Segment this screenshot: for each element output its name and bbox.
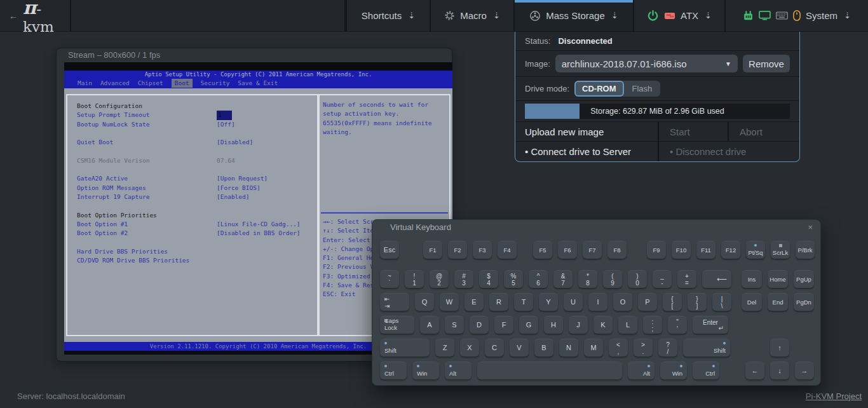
- key-arrow-right[interactable]: →: [795, 362, 814, 379]
- key-f12[interactable]: F12: [721, 241, 740, 259]
- key-b[interactable]: B: [534, 339, 553, 357]
- key-digit-0[interactable]: )0: [628, 270, 647, 288]
- upload-image-button[interactable]: Upload new image: [515, 122, 658, 141]
- key-digit-8[interactable]: *8: [578, 270, 597, 288]
- key-f2[interactable]: F2: [448, 241, 467, 259]
- key-slash[interactable]: ?/: [658, 339, 677, 357]
- key-space[interactable]: [477, 362, 622, 379]
- key-f1[interactable]: F1: [423, 241, 442, 259]
- key-left-win[interactable]: Win: [412, 362, 439, 379]
- key-f3[interactable]: F3: [473, 241, 492, 259]
- key-right-ctrl[interactable]: Ctrl: [693, 362, 719, 379]
- key-backslash[interactable]: |\: [712, 293, 731, 311]
- menu-macro[interactable]: Macro ⇣: [430, 0, 513, 31]
- key-m[interactable]: M: [584, 339, 603, 357]
- key-w[interactable]: W: [440, 293, 459, 311]
- key-digit-6[interactable]: ^6: [529, 270, 548, 288]
- key-i[interactable]: I: [588, 293, 607, 311]
- key-quote[interactable]: "': [668, 316, 687, 334]
- key-digit-2[interactable]: @2: [430, 270, 449, 288]
- remove-image-button[interactable]: Remove: [743, 55, 790, 72]
- menu-atx[interactable]: ATX ⇣: [633, 0, 724, 31]
- key-y[interactable]: Y: [539, 293, 558, 311]
- key-digit-1[interactable]: !1: [405, 270, 424, 288]
- key-o[interactable]: O: [613, 293, 632, 311]
- key-insert[interactable]: Ins: [742, 270, 762, 288]
- key-digit-5[interactable]: %5: [504, 270, 523, 288]
- key-k[interactable]: K: [593, 316, 613, 334]
- mode-cdrom-option[interactable]: CD-ROM: [574, 81, 623, 97]
- key-v[interactable]: V: [510, 339, 529, 357]
- key-left-ctrl[interactable]: Ctrl: [380, 362, 407, 379]
- key-f4[interactable]: F4: [498, 241, 517, 259]
- key-left-alt[interactable]: Alt: [445, 362, 471, 379]
- key-page-up[interactable]: PgUp: [794, 270, 814, 288]
- key-delete[interactable]: Del: [742, 293, 762, 311]
- key-arrow-left[interactable]: ←: [745, 362, 764, 379]
- key-f5[interactable]: F5: [533, 241, 552, 259]
- key-comma[interactable]: <,: [609, 339, 628, 357]
- key-backspace[interactable]: ⟵: [702, 270, 731, 288]
- key-z[interactable]: Z: [435, 339, 454, 357]
- key-digit-7[interactable]: &7: [553, 270, 573, 288]
- key-u[interactable]: U: [564, 293, 583, 311]
- logo[interactable]: ← π-kvm: [0, 0, 70, 31]
- key-esc[interactable]: Esc: [380, 241, 399, 259]
- key-h[interactable]: H: [544, 316, 563, 334]
- key-x[interactable]: X: [460, 339, 479, 357]
- key-j[interactable]: J: [569, 316, 588, 334]
- key-enter[interactable]: Enter↵: [693, 316, 728, 334]
- key-print-screen[interactable]: Pt/Sq: [746, 241, 765, 259]
- connect-drive-button[interactable]: • Connect drive to Server: [515, 142, 658, 161]
- key-f9[interactable]: F9: [647, 241, 666, 259]
- key-bracket-close[interactable]: }]: [688, 293, 707, 311]
- key-right-alt[interactable]: Alt: [628, 362, 654, 379]
- key-f10[interactable]: F10: [672, 241, 691, 259]
- key-bracket-open[interactable]: {[: [663, 293, 682, 311]
- mode-flash-option[interactable]: Flash: [624, 81, 661, 97]
- key-tab[interactable]: ⇤⇥: [380, 293, 409, 311]
- key-minus[interactable]: _-: [653, 270, 672, 288]
- key-page-down[interactable]: PgDn: [794, 293, 814, 311]
- key-digit-4[interactable]: $4: [479, 270, 498, 288]
- key-q[interactable]: Q: [415, 293, 434, 311]
- key-a[interactable]: A: [420, 316, 439, 334]
- menu-mass-storage[interactable]: Mass Storage ⇣: [513, 0, 633, 31]
- key-f8[interactable]: F8: [607, 241, 627, 259]
- image-select[interactable]: archlinux-2018.07.01-i686.iso ▼: [555, 55, 738, 72]
- key-arrow-up[interactable]: ↑: [770, 339, 789, 357]
- menu-system[interactable]: System ⇣: [724, 0, 868, 31]
- key-digit-3[interactable]: #3: [454, 270, 473, 288]
- key-r[interactable]: R: [489, 293, 508, 311]
- key-pause-break[interactable]: P/Brk: [796, 241, 815, 259]
- key-end[interactable]: End: [768, 293, 788, 311]
- key-left-shift[interactable]: Shift: [380, 339, 430, 357]
- key-digit-9[interactable]: (9: [603, 270, 622, 288]
- project-link[interactable]: Pi-KVM Project: [806, 391, 862, 401]
- key-n[interactable]: N: [559, 339, 578, 357]
- key-caps-lock[interactable]: Caps Lock: [380, 316, 414, 334]
- key-f7[interactable]: F7: [583, 241, 602, 259]
- key-home[interactable]: Home: [768, 270, 788, 288]
- key-f11[interactable]: F11: [696, 241, 715, 259]
- key-s[interactable]: S: [445, 316, 464, 334]
- key-backquote[interactable]: ~`: [380, 270, 399, 288]
- key-f[interactable]: F: [494, 316, 513, 334]
- menu-shortcuts[interactable]: Shortcuts ⇣: [346, 0, 430, 31]
- key-scroll-lock[interactable]: ScrLk: [771, 241, 790, 259]
- key-right-shift[interactable]: Shift: [683, 339, 730, 357]
- key-f6[interactable]: F6: [558, 241, 577, 259]
- key-period[interactable]: >.: [634, 339, 653, 357]
- key-g[interactable]: G: [519, 316, 538, 334]
- key-c[interactable]: C: [485, 339, 504, 357]
- key-e[interactable]: E: [465, 293, 484, 311]
- key-p[interactable]: P: [638, 293, 657, 311]
- key-l[interactable]: L: [618, 316, 637, 334]
- close-icon[interactable]: ×: [808, 222, 813, 232]
- key-semicolon[interactable]: :;: [643, 316, 662, 334]
- key-d[interactable]: D: [470, 316, 489, 334]
- key-equals[interactable]: +=: [677, 270, 696, 288]
- key-right-win[interactable]: Win: [660, 362, 687, 379]
- key-arrow-down[interactable]: ↓: [770, 362, 789, 379]
- key-t[interactable]: T: [514, 293, 533, 311]
